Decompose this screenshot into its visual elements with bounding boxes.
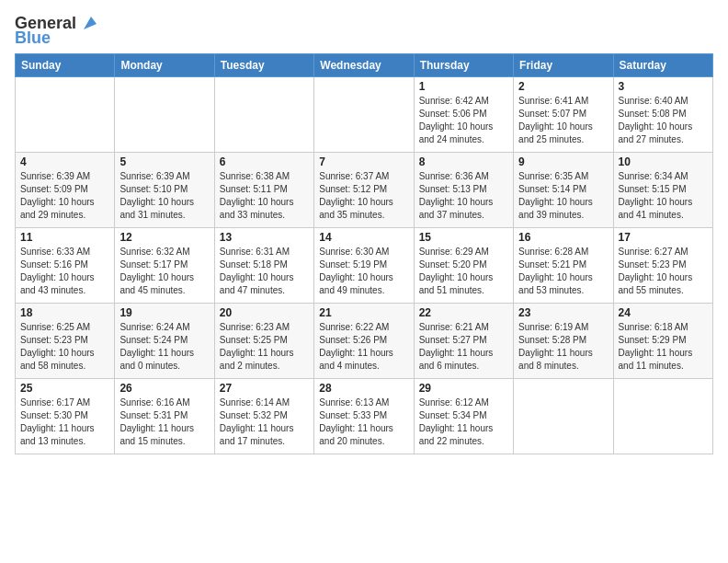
day-number: 23 — [518, 306, 608, 319]
calendar-cell: 28Sunrise: 6:13 AM Sunset: 5:33 PM Dayli… — [314, 378, 414, 454]
header: General Blue — [15, 11, 713, 48]
calendar-cell: 24Sunrise: 6:18 AM Sunset: 5:29 PM Dayli… — [613, 303, 712, 378]
day-info: Sunrise: 6:30 AM Sunset: 5:19 PM Dayligh… — [319, 246, 408, 297]
logo-bird-icon — [78, 13, 98, 33]
day-number: 16 — [518, 231, 608, 244]
day-number: 20 — [220, 306, 309, 319]
calendar-cell: 29Sunrise: 6:12 AM Sunset: 5:34 PM Dayli… — [414, 378, 513, 454]
day-number: 8 — [419, 155, 508, 168]
logo-text-blue: Blue — [15, 29, 51, 48]
col-header-friday: Friday — [514, 53, 613, 76]
calendar-cell: 3Sunrise: 6:40 AM Sunset: 5:08 PM Daylig… — [613, 76, 712, 152]
day-number: 9 — [518, 155, 608, 168]
day-info: Sunrise: 6:34 AM Sunset: 5:15 PM Dayligh… — [619, 170, 708, 222]
day-info: Sunrise: 6:12 AM Sunset: 5:34 PM Dayligh… — [419, 396, 508, 448]
day-number: 5 — [119, 155, 209, 168]
day-info: Sunrise: 6:21 AM Sunset: 5:27 PM Dayligh… — [419, 321, 508, 373]
calendar-cell: 18Sunrise: 6:25 AM Sunset: 5:23 PM Dayli… — [16, 303, 115, 378]
calendar-cell: 2Sunrise: 6:41 AM Sunset: 5:07 PM Daylig… — [514, 76, 613, 152]
day-info: Sunrise: 6:35 AM Sunset: 5:14 PM Dayligh… — [518, 170, 608, 222]
day-number: 29 — [419, 382, 508, 395]
col-header-saturday: Saturday — [613, 53, 712, 76]
calendar-cell: 15Sunrise: 6:29 AM Sunset: 5:20 PM Dayli… — [414, 227, 513, 303]
day-info: Sunrise: 6:24 AM Sunset: 5:24 PM Dayligh… — [119, 321, 209, 373]
day-info: Sunrise: 6:18 AM Sunset: 5:29 PM Dayligh… — [619, 321, 708, 373]
day-number: 15 — [419, 231, 508, 244]
calendar-cell — [115, 76, 214, 152]
day-info: Sunrise: 6:23 AM Sunset: 5:25 PM Dayligh… — [220, 321, 309, 373]
calendar-cell: 19Sunrise: 6:24 AM Sunset: 5:24 PM Dayli… — [115, 303, 214, 378]
calendar-cell: 22Sunrise: 6:21 AM Sunset: 5:27 PM Dayli… — [414, 303, 513, 378]
calendar-cell: 11Sunrise: 6:33 AM Sunset: 5:16 PM Dayli… — [16, 227, 115, 303]
day-info: Sunrise: 6:38 AM Sunset: 5:11 PM Dayligh… — [220, 170, 309, 222]
calendar-cell: 26Sunrise: 6:16 AM Sunset: 5:31 PM Dayli… — [115, 378, 214, 454]
week-row-0: 1Sunrise: 6:42 AM Sunset: 5:06 PM Daylig… — [16, 76, 713, 152]
svg-marker-0 — [84, 17, 97, 29]
calendar-cell: 12Sunrise: 6:32 AM Sunset: 5:17 PM Dayli… — [115, 227, 214, 303]
day-number: 18 — [20, 306, 109, 319]
day-number: 10 — [619, 155, 708, 168]
calendar-cell: 13Sunrise: 6:31 AM Sunset: 5:18 PM Dayli… — [214, 227, 313, 303]
calendar-cell: 20Sunrise: 6:23 AM Sunset: 5:25 PM Dayli… — [214, 303, 313, 378]
week-row-2: 11Sunrise: 6:33 AM Sunset: 5:16 PM Dayli… — [16, 227, 713, 303]
col-header-monday: Monday — [115, 53, 214, 76]
day-info: Sunrise: 6:36 AM Sunset: 5:13 PM Dayligh… — [419, 170, 508, 222]
calendar-cell — [314, 76, 414, 152]
day-info: Sunrise: 6:40 AM Sunset: 5:08 PM Dayligh… — [619, 95, 708, 146]
day-number: 28 — [319, 382, 408, 395]
day-info: Sunrise: 6:29 AM Sunset: 5:20 PM Dayligh… — [419, 246, 508, 297]
calendar-cell — [214, 76, 313, 152]
day-info: Sunrise: 6:19 AM Sunset: 5:28 PM Dayligh… — [518, 321, 608, 373]
day-info: Sunrise: 6:28 AM Sunset: 5:21 PM Dayligh… — [518, 246, 608, 297]
page: General Blue SundayMondayTuesdayWednesda… — [0, 0, 728, 563]
calendar-cell: 7Sunrise: 6:37 AM Sunset: 5:12 PM Daylig… — [314, 152, 414, 227]
week-row-4: 25Sunrise: 6:17 AM Sunset: 5:30 PM Dayli… — [16, 378, 713, 454]
calendar-cell: 4Sunrise: 6:39 AM Sunset: 5:09 PM Daylig… — [16, 152, 115, 227]
calendar-cell: 21Sunrise: 6:22 AM Sunset: 5:26 PM Dayli… — [314, 303, 414, 378]
calendar-cell: 23Sunrise: 6:19 AM Sunset: 5:28 PM Dayli… — [514, 303, 613, 378]
day-number: 25 — [20, 382, 109, 395]
calendar-cell: 6Sunrise: 6:38 AM Sunset: 5:11 PM Daylig… — [214, 152, 313, 227]
col-header-thursday: Thursday — [414, 53, 513, 76]
day-number: 22 — [419, 306, 508, 319]
day-number: 19 — [119, 306, 209, 319]
day-number: 11 — [20, 231, 109, 244]
calendar-header-row: SundayMondayTuesdayWednesdayThursdayFrid… — [16, 53, 713, 76]
day-info: Sunrise: 6:14 AM Sunset: 5:32 PM Dayligh… — [220, 396, 309, 448]
day-number: 4 — [20, 155, 109, 168]
calendar-cell — [16, 76, 115, 152]
day-info: Sunrise: 6:13 AM Sunset: 5:33 PM Dayligh… — [319, 396, 408, 448]
calendar-cell: 9Sunrise: 6:35 AM Sunset: 5:14 PM Daylig… — [514, 152, 613, 227]
col-header-tuesday: Tuesday — [214, 53, 313, 76]
day-info: Sunrise: 6:33 AM Sunset: 5:16 PM Dayligh… — [20, 246, 109, 297]
day-info: Sunrise: 6:16 AM Sunset: 5:31 PM Dayligh… — [119, 396, 209, 448]
day-info: Sunrise: 6:17 AM Sunset: 5:30 PM Dayligh… — [20, 396, 109, 448]
day-number: 14 — [319, 231, 408, 244]
day-info: Sunrise: 6:25 AM Sunset: 5:23 PM Dayligh… — [20, 321, 109, 373]
day-number: 1 — [419, 80, 508, 93]
week-row-3: 18Sunrise: 6:25 AM Sunset: 5:23 PM Dayli… — [16, 303, 713, 378]
day-info: Sunrise: 6:41 AM Sunset: 5:07 PM Dayligh… — [518, 95, 608, 146]
day-info: Sunrise: 6:27 AM Sunset: 5:23 PM Dayligh… — [619, 246, 708, 297]
day-number: 12 — [119, 231, 209, 244]
day-number: 6 — [220, 155, 309, 168]
calendar-cell: 8Sunrise: 6:36 AM Sunset: 5:13 PM Daylig… — [414, 152, 513, 227]
day-number: 26 — [119, 382, 209, 395]
day-number: 7 — [319, 155, 408, 168]
calendar-cell: 1Sunrise: 6:42 AM Sunset: 5:06 PM Daylig… — [414, 76, 513, 152]
logo: General Blue — [15, 15, 98, 48]
day-number: 21 — [319, 306, 408, 319]
col-header-wednesday: Wednesday — [314, 53, 414, 76]
week-row-1: 4Sunrise: 6:39 AM Sunset: 5:09 PM Daylig… — [16, 152, 713, 227]
calendar-cell: 17Sunrise: 6:27 AM Sunset: 5:23 PM Dayli… — [613, 227, 712, 303]
day-info: Sunrise: 6:31 AM Sunset: 5:18 PM Dayligh… — [220, 246, 309, 297]
calendar-cell: 5Sunrise: 6:39 AM Sunset: 5:10 PM Daylig… — [115, 152, 214, 227]
day-info: Sunrise: 6:37 AM Sunset: 5:12 PM Dayligh… — [319, 170, 408, 222]
day-info: Sunrise: 6:42 AM Sunset: 5:06 PM Dayligh… — [419, 95, 508, 146]
calendar-cell: 10Sunrise: 6:34 AM Sunset: 5:15 PM Dayli… — [613, 152, 712, 227]
calendar-cell: 16Sunrise: 6:28 AM Sunset: 5:21 PM Dayli… — [514, 227, 613, 303]
day-number: 2 — [518, 80, 608, 93]
calendar-cell: 25Sunrise: 6:17 AM Sunset: 5:30 PM Dayli… — [16, 378, 115, 454]
calendar-cell — [514, 378, 613, 454]
day-info: Sunrise: 6:22 AM Sunset: 5:26 PM Dayligh… — [319, 321, 408, 373]
